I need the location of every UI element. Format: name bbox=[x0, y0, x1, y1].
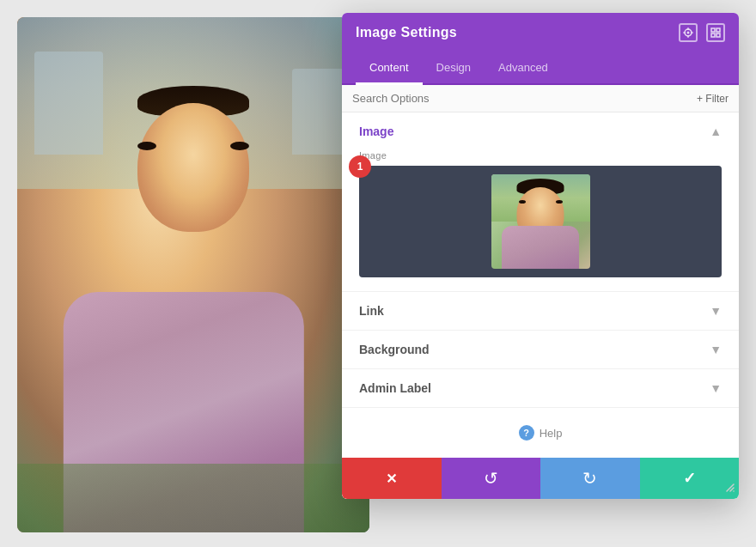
background-section: Background ▼ bbox=[342, 331, 739, 369]
panel-title: Image Settings bbox=[356, 25, 457, 40]
svg-rect-9 bbox=[711, 33, 715, 37]
image-section-chevron: ▲ bbox=[710, 125, 722, 138]
link-section-chevron: ▼ bbox=[710, 304, 722, 318]
svg-rect-6 bbox=[711, 28, 715, 32]
link-section: Link ▼ bbox=[342, 292, 739, 331]
panel-content: Image ▲ Image 1 bbox=[342, 112, 739, 458]
panel-header: Image Settings bbox=[342, 13, 739, 52]
save-button[interactable]: ✓ bbox=[640, 458, 740, 499]
image-section-content: Image 1 bbox=[342, 150, 739, 291]
help-icon: ? bbox=[519, 425, 534, 441]
image-section-title: Image bbox=[359, 125, 393, 138]
image-section-header[interactable]: Image ▲ bbox=[342, 112, 739, 150]
help-label[interactable]: Help bbox=[540, 427, 563, 440]
link-section-header[interactable]: Link ▼ bbox=[342, 292, 739, 330]
admin-label-section: Admin Label ▼ bbox=[342, 369, 739, 408]
image-section: Image ▲ Image 1 bbox=[342, 112, 739, 292]
redo-button[interactable]: ↻ bbox=[540, 458, 640, 499]
image-field-label: Image bbox=[359, 150, 722, 161]
image-upload-area[interactable]: 1 bbox=[359, 166, 722, 277]
help-area: ? Help bbox=[342, 408, 739, 458]
filter-button[interactable]: + Filter bbox=[697, 93, 729, 105]
tab-advanced[interactable]: Advanced bbox=[485, 52, 562, 85]
settings-panel: Image Settings bbox=[342, 13, 739, 499]
admin-label-section-title: Admin Label bbox=[359, 381, 431, 395]
target-icon[interactable] bbox=[679, 23, 698, 42]
image-badge: 1 bbox=[349, 155, 371, 178]
background-section-title: Background bbox=[359, 343, 430, 356]
background-section-header[interactable]: Background ▼ bbox=[342, 331, 739, 368]
tab-design[interactable]: Design bbox=[423, 52, 485, 85]
bottom-toolbar: ✕ ↺ ↻ ✓ bbox=[342, 458, 739, 499]
image-thumbnail bbox=[491, 174, 590, 269]
link-section-title: Link bbox=[359, 304, 384, 318]
header-icons bbox=[679, 23, 725, 42]
cancel-button[interactable]: ✕ bbox=[342, 458, 442, 499]
svg-rect-8 bbox=[716, 28, 720, 32]
admin-label-section-header[interactable]: Admin Label ▼ bbox=[342, 369, 739, 407]
background-photo bbox=[17, 17, 369, 532]
admin-label-section-chevron: ▼ bbox=[710, 381, 722, 395]
undo-button[interactable]: ↺ bbox=[442, 458, 541, 499]
tab-content[interactable]: Content bbox=[356, 52, 423, 85]
resize-handle[interactable] bbox=[725, 483, 735, 495]
svg-rect-7 bbox=[716, 33, 720, 37]
search-bar: + Filter bbox=[342, 85, 739, 112]
expand-icon[interactable] bbox=[706, 23, 725, 42]
svg-point-1 bbox=[687, 32, 690, 34]
search-input[interactable] bbox=[352, 92, 697, 105]
background-section-chevron: ▼ bbox=[710, 343, 722, 356]
tabs-bar: Content Design Advanced bbox=[342, 52, 739, 85]
